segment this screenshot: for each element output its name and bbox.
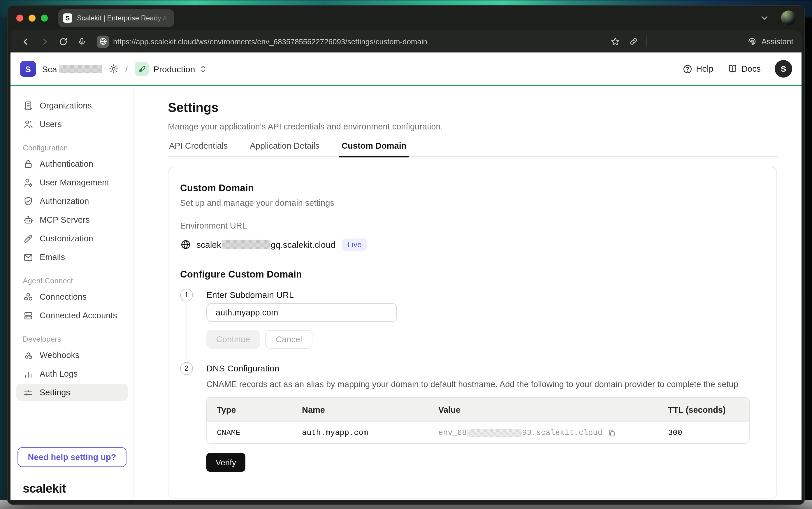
card-subtitle: Set up and manage your domain settings [180, 198, 776, 209]
sidebar-section-configuration: Configuration [23, 143, 121, 152]
help-button[interactable]: Help [682, 64, 713, 74]
address-bar[interactable]: https://app.scalekit.cloud/ws/environmen… [113, 37, 427, 46]
continue-button[interactable]: Continue [206, 330, 260, 349]
sidebar-item-users[interactable]: Users [16, 115, 128, 133]
gear-icon[interactable] [108, 64, 119, 74]
tab-application-details[interactable]: Application Details [249, 142, 321, 156]
workspace-name[interactable]: Sca [42, 64, 57, 74]
microphone-icon[interactable] [75, 34, 89, 48]
help-label: Help [696, 64, 713, 73]
cancel-button[interactable]: Cancel [265, 330, 312, 349]
copy-link-icon[interactable] [627, 34, 641, 48]
column-header-value: Value [428, 405, 658, 414]
chevron-up-down-icon[interactable] [199, 64, 207, 73]
browser-tab[interactable]: S Scalekit | Enterprise Ready A [58, 9, 174, 27]
book-icon [728, 64, 738, 74]
custom-domain-card: Custom Domain Set up and manage your dom… [168, 167, 777, 499]
sidebar-item-label: Connections [40, 292, 86, 301]
sidebar-footer: scalekit [10, 476, 134, 500]
webhook-icon [23, 349, 34, 361]
lock-icon [23, 158, 34, 169]
sidebar-section-agent-connect: Agent Connect [23, 276, 121, 285]
verify-button[interactable]: Verify [206, 453, 245, 472]
page-subtitle: Manage your application's API credential… [168, 121, 778, 132]
sidebar-item-authorization[interactable]: Authorization [16, 193, 128, 210]
screen: S Scalekit | Enterprise Ready A [0, 0, 812, 509]
shield-check-icon [23, 196, 34, 207]
browser-profile-avatar[interactable] [781, 10, 796, 25]
close-window-button[interactable] [16, 14, 23, 21]
browser-window: S Scalekit | Enterprise Ready A [7, 5, 805, 505]
sidebar-item-user-management[interactable]: User Management [16, 174, 128, 191]
settings-tabs: API Credentials Application Details Cust… [168, 142, 778, 157]
need-help-button[interactable]: Need help setting up? [17, 447, 127, 467]
tab-custom-domain[interactable]: Custom Domain [341, 142, 408, 156]
app-page: S Sca / Production [10, 53, 802, 500]
step-connector-line [186, 304, 187, 362]
server-icon [23, 310, 34, 321]
sidebar-item-connections[interactable]: Connections [16, 288, 128, 306]
sidebar-item-connected-accounts[interactable]: Connected Accounts [16, 307, 128, 324]
back-icon[interactable] [19, 34, 33, 48]
tab-favicon: S [63, 13, 72, 23]
configure-heading: Configure Custom Domain [180, 268, 776, 280]
environment-url-label: Environment URL [180, 220, 776, 231]
bookmark-star-icon[interactable] [608, 34, 622, 48]
tab-api-credentials[interactable]: API Credentials [168, 142, 229, 156]
subdomain-input[interactable] [206, 303, 397, 322]
forward-icon[interactable] [37, 34, 51, 48]
sidebar-item-label: Connected Accounts [40, 311, 117, 320]
sidebar-item-label: Customization [40, 234, 93, 243]
sidebar-item-mcp-servers[interactable]: MCP Servers [16, 211, 128, 229]
docs-button[interactable]: Docs [728, 64, 761, 74]
step-2: 2 DNS Configuration CNAME records act as… [180, 362, 776, 472]
record-ttl-cell: 300 [658, 428, 749, 437]
environment-url-row: scalekgq.scalekit.cloud Live [180, 238, 776, 251]
user-avatar[interactable]: S [775, 60, 792, 77]
rocket-icon[interactable] [135, 62, 149, 76]
maximize-window-button[interactable] [41, 14, 48, 21]
page-title: Settings [168, 101, 778, 114]
table-row: CNAME auth.myapp.com env_6893.scalekit.c… [207, 421, 749, 443]
sidebar-item-label: Authorization [40, 197, 89, 206]
site-globe-icon[interactable] [97, 35, 109, 47]
chevron-down-icon[interactable] [757, 11, 771, 25]
sidebar-item-emails[interactable]: Emails [16, 248, 128, 266]
window-controls [16, 14, 48, 21]
sidebar-item-auth-logs[interactable]: Auth Logs [16, 365, 128, 382]
step-2-number: 2 [180, 362, 193, 375]
sidebar-item-customization[interactable]: Customization [16, 230, 128, 247]
users-icon [23, 118, 34, 130]
sidebar-item-label: Auth Logs [40, 369, 78, 378]
live-status-badge: Live [343, 238, 367, 250]
sidebar-item-organizations[interactable]: Organizations [16, 97, 128, 114]
column-header-type: Type [207, 405, 292, 414]
assistant-label: Assistant [761, 37, 793, 46]
reload-icon[interactable] [56, 34, 70, 48]
workspace-name-redacted [59, 65, 102, 73]
table-header-row: Type Name Value TTL (seconds) [207, 398, 749, 421]
copy-icon[interactable] [608, 428, 616, 437]
sidebar-section-developers: Developers [23, 335, 121, 343]
workspace-logo[interactable]: S [20, 61, 36, 77]
main-content: Settings Manage your application's API c… [134, 86, 802, 500]
environment-selector[interactable]: Production [153, 64, 195, 74]
tab-title-fade [147, 9, 174, 27]
bar-chart-icon [23, 368, 34, 379]
scalekit-wordmark: scalekit [23, 482, 66, 495]
sidebar-item-settings[interactable]: Settings [16, 384, 128, 401]
cubes-icon [23, 291, 34, 302]
building-icon [23, 100, 34, 111]
assistant-button[interactable]: Assistant [747, 37, 793, 46]
sidebar-item-label: MCP Servers [40, 215, 90, 225]
assistant-icon [747, 37, 756, 46]
sidebar-item-label: Users [40, 120, 62, 129]
browser-tab-strip: S Scalekit | Enterprise Ready A [7, 5, 805, 30]
sidebar-item-authentication[interactable]: Authentication [16, 155, 128, 173]
envelope-icon [23, 251, 34, 263]
sidebar-item-webhooks[interactable]: Webhooks [16, 346, 128, 364]
card-title: Custom Domain [180, 182, 776, 194]
minimize-window-button[interactable] [29, 14, 36, 21]
step-1: 1 Enter Subdomain URL Continue Cancel [180, 289, 776, 362]
sidebar-item-label: Authentication [40, 159, 93, 169]
